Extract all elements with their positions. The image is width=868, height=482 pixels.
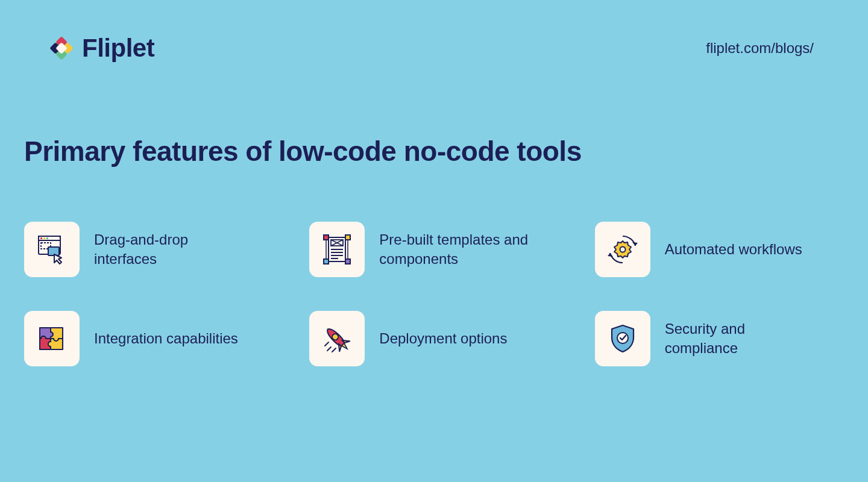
site-url: fliplet.com/blogs/	[706, 40, 814, 57]
feature-label: Deployment options	[379, 329, 507, 348]
svg-line-34	[332, 348, 336, 352]
svg-rect-22	[324, 259, 329, 264]
puzzle-icon	[24, 311, 80, 366]
feature-grid: Drag-and-drop interfaces	[0, 167, 868, 366]
svg-line-33	[327, 347, 331, 351]
svg-rect-20	[324, 235, 329, 240]
brand-logo: Fliplet	[48, 34, 154, 63]
svg-point-30	[620, 247, 625, 252]
drag-drop-icon	[24, 222, 80, 277]
feature-workflows: Automated workflows	[595, 222, 844, 277]
feature-label: Pre-built templates and components	[379, 230, 536, 269]
feature-label: Drag-and-drop interfaces	[94, 230, 251, 269]
page-title: Primary features of low-code no-code too…	[0, 63, 868, 167]
logo-mark-icon	[48, 35, 75, 61]
feature-deployment: Deployment options	[309, 311, 558, 366]
template-icon	[309, 222, 365, 277]
rocket-icon	[309, 311, 365, 366]
header: Fliplet fliplet.com/blogs/	[0, 0, 868, 63]
feature-label: Automated workflows	[665, 240, 802, 259]
shield-icon	[595, 311, 650, 366]
svg-line-32	[325, 342, 329, 346]
svg-rect-23	[345, 259, 350, 264]
feature-integration: Integration capabilities	[24, 311, 273, 366]
svg-rect-11	[48, 247, 59, 255]
svg-marker-29	[608, 253, 613, 257]
svg-rect-9	[46, 237, 48, 239]
feature-security: Security and compliance	[595, 311, 844, 366]
feature-label: Security and compliance	[665, 319, 822, 358]
feature-templates: Pre-built templates and components	[309, 222, 558, 277]
svg-rect-8	[43, 237, 45, 239]
workflow-icon	[595, 222, 650, 277]
feature-label: Integration capabilities	[94, 329, 238, 348]
svg-marker-28	[632, 242, 638, 246]
feature-drag-drop: Drag-and-drop interfaces	[24, 222, 273, 277]
brand-name: Fliplet	[82, 34, 154, 63]
svg-rect-21	[345, 235, 350, 240]
svg-rect-7	[40, 237, 42, 239]
